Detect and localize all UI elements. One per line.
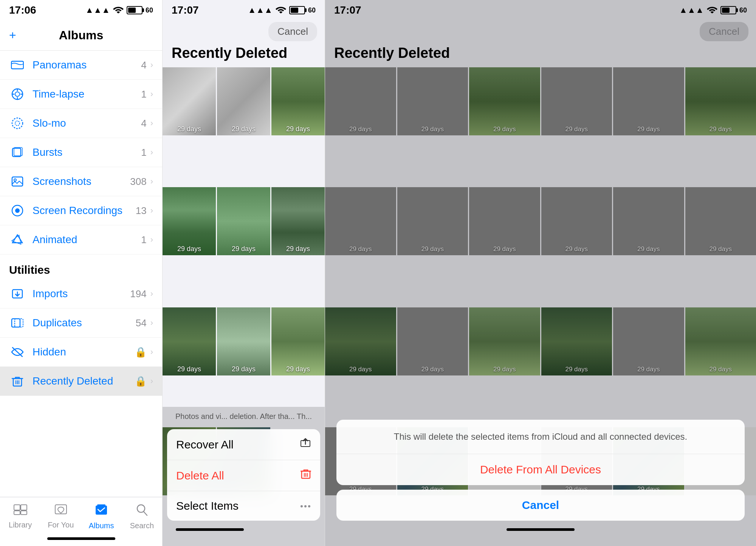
svg-line-34 [144,512,147,515]
svg-rect-26 [14,505,20,510]
album-item-hidden[interactable]: Hidden 🔒 › [0,338,162,367]
photo-cell[interactable] [217,67,270,135]
photo-cell[interactable] [163,307,216,375]
imports-icon [9,285,26,302]
album-name-animated: Animated [33,234,141,246]
svg-point-2 [15,92,20,96]
album-name-imports: Imports [33,288,130,300]
svg-rect-27 [21,505,27,510]
svg-rect-0 [11,61,23,69]
album-count-recently-deleted: 🔒 [135,375,147,387]
chevron-imports: › [150,289,153,299]
album-item-slomo[interactable]: Slo-mo 4 › [0,109,162,138]
photo-cell[interactable] [217,307,270,375]
home-indicator-2 [176,528,244,531]
svg-rect-30 [55,505,67,514]
album-item-animated[interactable]: Animated 1 › [0,225,162,254]
tab-for-you[interactable]: For You [40,503,81,529]
album-item-panoramas[interactable]: Panoramas 4 › [0,51,162,80]
albums-panel: 17:06 ▲▲▲ 60 + Albums Panoramas 4 › [0,0,163,546]
action-sheet: Recover All Delete All Select Items [167,429,320,521]
album-count-animated: 1 [141,234,146,246]
tab-albums[interactable]: Albums [81,503,122,530]
confirm-dialog: This will delete the selected items from… [336,420,745,485]
svg-point-8 [15,121,20,126]
album-item-screen-recordings[interactable]: Screen Recordings 13 › [0,196,162,225]
chevron-screen-recordings: › [150,206,153,216]
album-count-duplicates: 54 [136,317,147,329]
photo-cell[interactable] [163,187,216,255]
tab-label-library: Library [9,521,32,529]
albums-list: Panoramas 4 › Time-lapse 1 › Slo-mo 4 › … [0,51,162,497]
svg-rect-32 [97,504,105,506]
svg-rect-11 [12,177,23,186]
time-1: 17:06 [9,4,36,16]
duplicates-icon [9,315,26,331]
album-count-panoramas: 4 [141,59,146,71]
panoramas-icon [9,57,26,73]
album-name-screen-recordings: Screen Recordings [33,205,136,217]
photo-cell[interactable] [271,67,325,135]
photo-cell[interactable] [217,187,270,255]
animated-icon [9,231,26,248]
svg-point-41 [301,505,303,507]
delete-all-button[interactable]: Delete All [167,460,320,491]
svg-rect-18 [12,319,20,327]
select-items-button[interactable]: Select Items [167,491,320,521]
tab-search[interactable]: Search [122,503,162,530]
timelapse-icon [9,86,26,102]
album-item-timelapse[interactable]: Time-lapse 1 › [0,80,162,109]
hidden-icon [9,344,26,360]
bursts-icon [9,144,26,161]
confirm-cancel-button[interactable]: Cancel [336,490,745,521]
recently-deleted-panel: 17:07 ▲▲▲ 60 Cancel Recently Deleted [163,0,325,546]
chevron-timelapse: › [150,89,153,99]
cancel-button-panel2[interactable]: Cancel [268,22,317,41]
svg-point-7 [12,118,23,129]
library-tab-icon [13,503,28,518]
chevron-duplicates: › [150,318,153,328]
signal-icon-1: ▲▲▲ [85,5,110,15]
chevron-slomo: › [150,118,153,128]
album-name-duplicates: Duplicates [33,317,136,329]
album-count-screenshots: 308 [130,176,146,188]
album-item-imports[interactable]: Imports 194 › [0,279,162,309]
recover-all-button[interactable]: Recover All [167,429,320,460]
photo-cell[interactable] [271,187,325,255]
svg-rect-28 [14,511,20,515]
recently-deleted-title: Recently Deleted [172,45,316,61]
recover-icon [300,437,311,451]
add-album-button[interactable]: + [9,28,16,42]
album-item-bursts[interactable]: Bursts 1 › [0,138,162,167]
utilities-section-header: Utilities [0,254,162,279]
svg-rect-29 [21,511,27,515]
photo-cell[interactable] [271,307,325,375]
album-name-hidden: Hidden [33,346,135,358]
recover-all-label: Recover All [176,438,234,451]
album-name-recently-deleted: Recently Deleted [33,375,135,387]
album-count-slomo: 4 [141,118,146,129]
albums-header: + Albums [0,20,162,51]
photo-cell[interactable] [163,67,216,135]
album-item-screenshots[interactable]: Screenshots 308 › [0,167,162,196]
action-sheet-info-text: Photos and vi... deletion. After tha... … [167,407,320,426]
confirm-message-text: This will delete the selected items from… [336,420,745,454]
album-item-duplicates[interactable]: Duplicates 54 › [0,309,162,338]
albums-tab-icon [95,503,108,519]
chevron-animated: › [150,235,153,245]
screenshots-icon [9,173,26,190]
chevron-panoramas: › [150,60,153,70]
home-indicator-3 [507,528,575,531]
home-indicator-1 [47,537,115,540]
signal-icon-2: ▲▲▲ [248,5,273,15]
album-name-timelapse: Time-lapse [33,88,141,100]
albums-title: Albums [59,28,103,42]
wifi-icon-1 [113,5,124,16]
delete-from-all-devices-button[interactable]: Delete From All Devices [336,454,745,485]
tab-library[interactable]: Library [0,503,40,529]
album-item-recently-deleted[interactable]: Recently Deleted 🔒 › [0,367,162,396]
for-you-tab-icon [54,503,67,518]
battery-text-2: 60 [308,6,316,14]
search-tab-icon [136,503,148,519]
svg-rect-19 [15,319,23,327]
